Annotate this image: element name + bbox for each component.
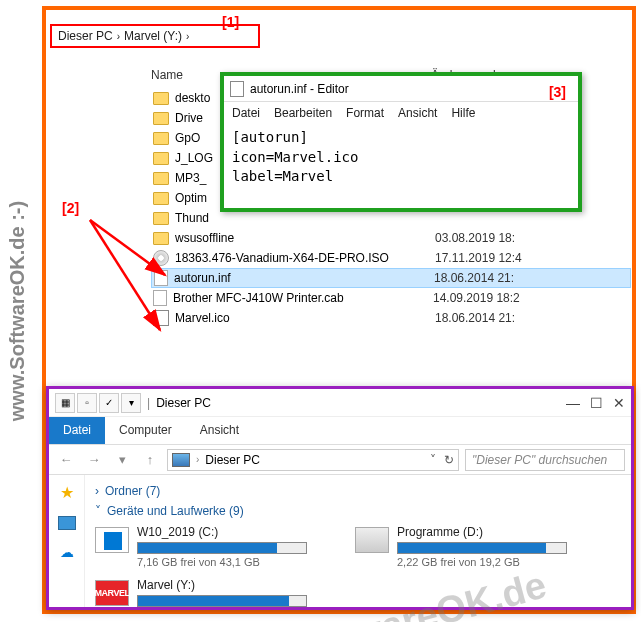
menu-item[interactable]: Hilfe xyxy=(451,106,475,120)
recent-dropdown-icon[interactable]: ▾ xyxy=(111,449,133,471)
folder-icon xyxy=(153,152,169,165)
chevron-right-icon: › xyxy=(95,484,99,498)
drive-name: W10_2019 (C:) xyxy=(137,525,325,539)
qa-new-folder-icon[interactable]: ▫ xyxy=(77,393,97,413)
titlebar[interactable]: ▦ ▫ ✓ ▾ | Dieser PC — ☐ ✕ xyxy=(49,389,631,417)
breadcrumb-drive[interactable]: Marvel (Y:) xyxy=(124,29,182,43)
chevron-down-icon: ˅ xyxy=(95,504,101,518)
quick-access-icon[interactable]: ★ xyxy=(60,483,74,502)
file-row[interactable]: wsusoffline03.08.2019 18: xyxy=(151,228,631,248)
breadcrumb-root[interactable]: Dieser PC xyxy=(58,29,113,43)
onedrive-icon[interactable]: ☁ xyxy=(60,544,74,560)
drive-item[interactable]: MARVELMarvel (Y:)47,6 GB frei von 465 GB xyxy=(95,578,325,607)
callout-2: [2] xyxy=(62,200,79,216)
ribbon-tab-file[interactable]: Datei xyxy=(49,417,105,444)
window-title: Dieser PC xyxy=(156,396,211,410)
file-name: Brother MFC-J410W Printer.cab xyxy=(173,291,433,305)
folder-icon xyxy=(153,192,169,205)
group-drives[interactable]: ˅Geräte und Laufwerke (9) xyxy=(95,501,621,521)
drive-free-text: 7,16 GB frei von 43,1 GB xyxy=(137,556,325,568)
maximize-button[interactable]: ☐ xyxy=(590,395,603,411)
minimize-button[interactable]: — xyxy=(566,395,580,411)
watermark-left: www.SoftwareOK.de :-) xyxy=(6,201,29,421)
qa-undo-icon[interactable]: ✓ xyxy=(99,393,119,413)
ribbon: Datei Computer Ansicht xyxy=(49,417,631,445)
menu-item[interactable]: Bearbeiten xyxy=(274,106,332,120)
file-row[interactable]: Brother MFC-J410W Printer.cab14.09.2019 … xyxy=(151,288,631,308)
drive-usage-bar xyxy=(137,595,307,607)
main-content: ›Ordner (7) ˅Geräte und Laufwerke (9) W1… xyxy=(85,475,631,607)
file-date: 18.06.2014 21: xyxy=(434,271,514,285)
callout-3: [3] xyxy=(549,84,566,100)
chevron-right-icon: › xyxy=(186,31,189,42)
chevron-right-icon: › xyxy=(117,31,120,42)
explorer-this-pc: ▦ ▫ ✓ ▾ | Dieser PC — ☐ ✕ Datei Computer… xyxy=(46,386,634,610)
chevron-right-icon: › xyxy=(196,454,199,465)
image-icon xyxy=(153,310,169,326)
menu-item[interactable]: Format xyxy=(346,106,384,120)
notepad-content[interactable]: [autorun] icon=Marvel.ico label=Marvel xyxy=(224,124,578,191)
folder-icon xyxy=(153,132,169,145)
search-input[interactable]: "Dieser PC" durchsuchen xyxy=(465,449,625,471)
file-name: Marvel.ico xyxy=(175,311,435,325)
windows-drive-icon xyxy=(95,527,129,553)
forward-button[interactable]: → xyxy=(83,449,105,471)
notepad-titlebar[interactable]: autorun.inf - Editor xyxy=(224,76,578,102)
file-date: 18.06.2014 21: xyxy=(435,311,515,325)
qa-dropdown-icon[interactable]: ▾ xyxy=(121,393,141,413)
qa-properties-icon[interactable]: ▦ xyxy=(55,393,75,413)
drive-item[interactable]: W10_2019 (C:)7,16 GB frei von 43,1 GB xyxy=(95,525,325,568)
folder-icon xyxy=(153,232,169,245)
file-date: 14.09.2019 18:2 xyxy=(433,291,520,305)
file-icon xyxy=(154,270,168,286)
ribbon-tab-computer[interactable]: Computer xyxy=(105,417,186,444)
menu-item[interactable]: Datei xyxy=(232,106,260,120)
drive-free-text: 2,22 GB frei von 19,2 GB xyxy=(397,556,585,568)
menu-item[interactable]: Ansicht xyxy=(398,106,437,120)
file-name: wsusoffline xyxy=(175,231,435,245)
file-icon xyxy=(153,290,167,306)
refresh-icon[interactable]: ↻ xyxy=(444,453,454,467)
callout-1: [1] xyxy=(222,14,239,30)
drive-item[interactable]: Programme (D:)2,22 GB frei von 19,2 GB xyxy=(355,525,585,568)
file-row[interactable]: autorun.inf18.06.2014 21: xyxy=(151,268,631,288)
address-dropdown-icon[interactable]: ˅ xyxy=(430,453,436,467)
back-button[interactable]: ← xyxy=(55,449,77,471)
drive-usage-bar xyxy=(397,542,567,554)
file-name: 18363.476-Vanadium-X64-DE-PRO.ISO xyxy=(175,251,435,265)
nav-pane: ★ ☁ xyxy=(49,475,85,607)
notepad-file-icon xyxy=(230,81,244,97)
file-name: autorun.inf xyxy=(174,271,434,285)
quick-access-toolbar: ▦ ▫ ✓ ▾ xyxy=(55,393,141,413)
marvel-icon: MARVEL xyxy=(95,580,129,606)
drive-name: Programme (D:) xyxy=(397,525,585,539)
address-text[interactable]: Dieser PC xyxy=(205,453,260,467)
folder-icon xyxy=(153,112,169,125)
drive-name: Marvel (Y:) xyxy=(137,578,325,592)
notepad-menubar: DateiBearbeitenFormatAnsichtHilfe xyxy=(224,102,578,124)
notepad-window: [3] autorun.inf - Editor DateiBearbeiten… xyxy=(220,72,582,212)
file-row[interactable]: 18363.476-Vanadium-X64-DE-PRO.ISO17.11.2… xyxy=(151,248,631,268)
file-row[interactable]: Marvel.ico18.06.2014 21: xyxy=(151,308,631,328)
desktop-icon[interactable] xyxy=(58,516,76,530)
file-date: 17.11.2019 12:4 xyxy=(435,251,522,265)
close-button[interactable]: ✕ xyxy=(613,395,625,411)
notepad-title-text: autorun.inf - Editor xyxy=(250,82,349,96)
folder-icon xyxy=(153,172,169,185)
computer-icon xyxy=(172,453,190,467)
disc-icon xyxy=(153,250,169,266)
ribbon-tab-view[interactable]: Ansicht xyxy=(186,417,253,444)
up-button[interactable]: ↑ xyxy=(139,449,161,471)
folder-icon xyxy=(153,212,169,225)
file-date: 03.08.2019 18: xyxy=(435,231,515,245)
nav-bar: ← → ▾ ↑ › Dieser PC ˅ ↻ "Dieser PC" durc… xyxy=(49,445,631,475)
drive-usage-bar xyxy=(137,542,307,554)
address-bar[interactable]: › Dieser PC ˅ ↻ xyxy=(167,449,459,471)
drives-container: W10_2019 (C:)7,16 GB frei von 43,1 GBPro… xyxy=(95,525,621,607)
hard-drive-icon xyxy=(355,527,389,553)
group-folders[interactable]: ›Ordner (7) xyxy=(95,481,621,501)
folder-icon xyxy=(153,92,169,105)
file-name: Thund xyxy=(175,211,435,225)
